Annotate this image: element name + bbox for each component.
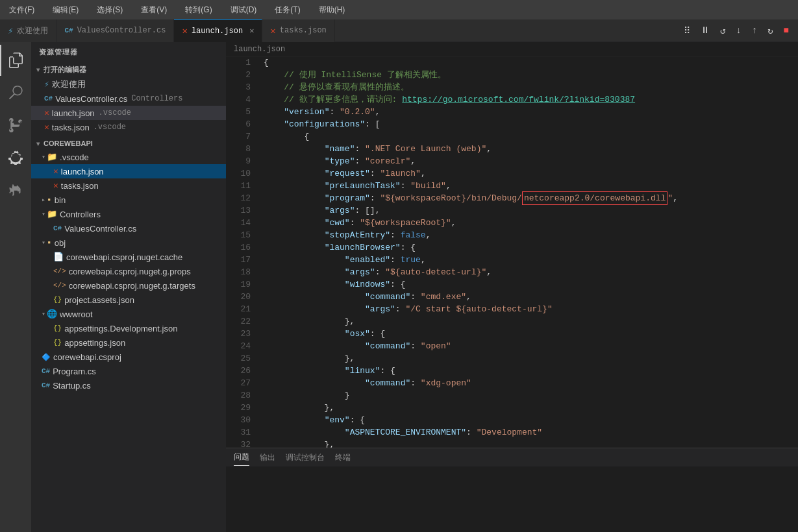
code-line-32: }, xyxy=(264,439,798,448)
tab-debug-console[interactable]: 调试控制台 xyxy=(286,450,325,466)
menu-tasks[interactable]: 任务(T) xyxy=(271,3,304,17)
activity-git[interactable] xyxy=(0,110,31,141)
debug-step-in-btn[interactable]: ↑ xyxy=(748,23,761,38)
code-line-8: "name": ".NET Core Launch (web)", xyxy=(264,143,798,155)
bin-folder-icon: ▪ xyxy=(47,195,52,205)
project-section[interactable]: ▾ COREWEBAPI xyxy=(31,137,226,150)
welcome-icon: ⚡ xyxy=(44,79,49,90)
code-line-7: { xyxy=(264,130,798,143)
launch-json-file-icon: ✕ xyxy=(44,108,49,118)
debug-step-over-btn[interactable]: ↓ xyxy=(732,23,745,38)
breadcrumb: launch.json xyxy=(226,42,798,56)
tab-launch-close[interactable]: ✕ xyxy=(249,26,254,36)
debug-refresh-btn[interactable]: ↻ xyxy=(764,23,777,39)
code-line-11: "preLaunchTask": "build", xyxy=(264,180,798,192)
editor-area: launch.json 1 2 3 4 5 6 7 8 9 10 11 12 1… xyxy=(226,42,798,532)
project-assets-item[interactable]: {} project.assets.json xyxy=(31,293,226,307)
nuget-cache-icon: 📄 xyxy=(53,252,64,262)
tab-output[interactable]: 输出 xyxy=(260,450,275,466)
obj-folder-item[interactable]: ▾ ▪ obj xyxy=(31,236,226,250)
csharp-icon: C# xyxy=(64,27,73,34)
code-line-16: "launchBrowser": { xyxy=(264,241,798,254)
debug-pause-btn[interactable]: ⏸ xyxy=(697,23,714,38)
program-cs-item[interactable]: C# Program.cs xyxy=(31,364,226,378)
tab-terminal[interactable]: 终端 xyxy=(335,450,351,466)
code-line-21: "args": "/C start ${auto-detect-url}" xyxy=(264,303,798,315)
code-line-31: "ASPNETCORE_ENVIRONMENT": "Development" xyxy=(264,426,798,439)
appsettings-item[interactable]: {} appsettings.json xyxy=(31,335,226,350)
debug-restart-btn[interactable]: ↺ xyxy=(716,23,729,39)
controllers-folder-icon: 📁 xyxy=(47,209,57,219)
tab-problems[interactable]: 问题 xyxy=(234,449,249,466)
code-line-10: "request": "launch", xyxy=(264,167,798,180)
menu-debug[interactable]: 调试(D) xyxy=(227,3,261,17)
code-line-9: "type": "coreclr", xyxy=(264,155,798,167)
program-highlight: netcoreapp2.0/corewebapi.dll xyxy=(522,191,667,205)
wwwroot-folder-item[interactable]: ▾ 🌐 wwwroot xyxy=(31,307,226,321)
open-editor-tasks-json[interactable]: ✕ tasks.json .vscode xyxy=(31,120,226,134)
vscode-folder-item[interactable]: ▾ 📁 .vscode xyxy=(31,150,226,164)
project-chevron-icon: ▾ xyxy=(36,140,40,147)
appsettings-dev-item[interactable]: {} appsettings.Development.json xyxy=(31,321,226,335)
menu-goto[interactable]: 转到(G) xyxy=(181,3,216,17)
open-editor-launch-json[interactable]: ✕ launch.json .vscode xyxy=(31,106,226,120)
obj-folder-icon: ▪ xyxy=(47,238,52,248)
activity-debug[interactable] xyxy=(0,142,31,173)
menu-view[interactable]: 查看(V) xyxy=(137,3,171,17)
appsettings-dev-icon: {} xyxy=(53,324,62,332)
code-line-26: "linux": { xyxy=(264,365,798,377)
code-line-18: "args": "${auto-detect-url}", xyxy=(264,266,798,278)
nuget-props-item[interactable]: </> corewebapi.csproj.nuget.g.props xyxy=(31,264,226,278)
tab-values-controller[interactable]: C# ValuesController.cs xyxy=(56,19,174,42)
xml-file-icon: </> xyxy=(53,267,66,275)
open-editor-welcome[interactable]: ⚡ 欢迎使用 xyxy=(31,77,226,91)
values-controller-tree-item[interactable]: C# ValuesController.cs xyxy=(31,221,226,236)
code-line-27: "command": "xdg-open" xyxy=(264,377,798,389)
bottom-panel: 问题 输出 调试控制台 终端 xyxy=(226,448,798,532)
tab-launch-json[interactable]: ✕ launch.json ✕ xyxy=(174,19,262,42)
activity-search[interactable] xyxy=(0,77,31,108)
debug-stop-btn[interactable]: ■ xyxy=(780,23,793,38)
menu-help[interactable]: 帮助(H) xyxy=(315,3,349,17)
tasks-json-file-icon: ✕ xyxy=(44,122,49,132)
tasks-json-tree-item[interactable]: ✕ tasks.json xyxy=(31,178,226,193)
launch-json-icon: ✕ xyxy=(182,25,187,36)
tab-tasks-json[interactable]: ✕ tasks.json xyxy=(262,19,334,42)
sidebar-header: 资源管理器 xyxy=(31,42,226,62)
code-line-3: // 悬停以查看现有属性的描述。 xyxy=(264,81,798,93)
open-editors-section[interactable]: ▾ 打开的编辑器 xyxy=(31,62,226,77)
csproj-icon: 🔷 xyxy=(42,353,51,361)
folder-open-chevron: ▾ xyxy=(42,153,45,161)
menu-select[interactable]: 选择(S) xyxy=(93,3,127,17)
controllers-folder-item[interactable]: ▾ 📁 Controllers xyxy=(31,207,226,221)
debug-grid-btn[interactable]: ⠿ xyxy=(680,23,694,39)
code-line-28: } xyxy=(264,389,798,402)
menu-file[interactable]: 文件(F) xyxy=(5,3,38,17)
code-editor[interactable]: { // 使用 IntelliSense 了解相关属性。 // 悬停以查看现有属… xyxy=(258,56,798,448)
nuget-targets-item[interactable]: </> corewebapi.csproj.nuget.g.targets xyxy=(31,278,226,293)
fwlink[interactable]: https://go.microsoft.com/fwlink/?linkid=… xyxy=(402,95,635,104)
wwwroot-chevron: ▾ xyxy=(42,310,45,318)
open-editor-values-controller[interactable]: C# ValuesController.cs Controllers xyxy=(31,91,226,106)
bottom-content xyxy=(226,466,798,532)
code-line-30: "env": { xyxy=(264,414,798,426)
tab-welcome[interactable]: ⚡ 欢迎使用 xyxy=(0,19,56,42)
code-line-29: }, xyxy=(264,402,798,414)
code-line-12: "program": "${workspaceRoot}/bin/Debug/n… xyxy=(264,192,798,204)
menu-edit[interactable]: 编辑(E) xyxy=(49,3,82,17)
tab-bar: ⚡ 欢迎使用 C# ValuesController.cs ✕ launch.j… xyxy=(0,19,798,42)
bin-folder-item[interactable]: ▸ ▪ bin xyxy=(31,193,226,207)
csproj-item[interactable]: 🔷 corewebapi.csproj xyxy=(31,350,226,364)
sidebar-content: ▾ 打开的编辑器 ⚡ 欢迎使用 C# ValuesController.cs C… xyxy=(31,62,226,532)
code-line-2: // 使用 IntelliSense 了解相关属性。 xyxy=(264,69,798,81)
launch-json-tree-item[interactable]: ✕ launch.json xyxy=(31,164,226,178)
code-line-23: "osx": { xyxy=(264,328,798,340)
activity-explorer[interactable] xyxy=(0,45,31,76)
main-layout: 资源管理器 ▾ 打开的编辑器 ⚡ 欢迎使用 C# ValuesControlle… xyxy=(0,42,798,532)
activity-extensions[interactable] xyxy=(0,175,31,206)
startup-cs-item[interactable]: C# Startup.cs xyxy=(31,378,226,393)
code-line-22: }, xyxy=(264,315,798,328)
code-line-20: "command": "cmd.exe", xyxy=(264,291,798,303)
wwwroot-folder-icon: 🌐 xyxy=(47,309,57,319)
nuget-cache-item[interactable]: 📄 corewebapi.csproj.nuget.cache xyxy=(31,250,226,264)
